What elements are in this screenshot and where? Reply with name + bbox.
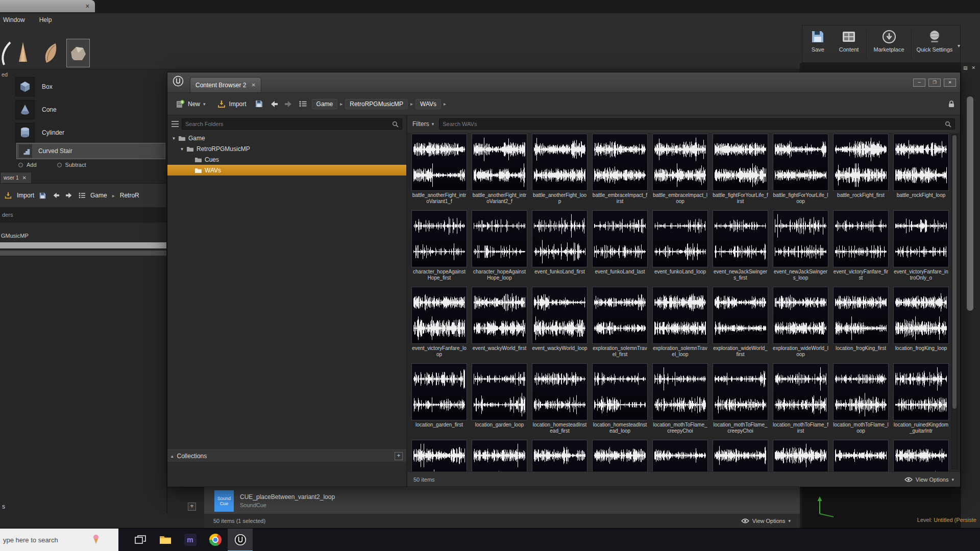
asset-tile[interactable]: battle_fightForYourLife_first <box>713 134 768 205</box>
place-actor-curved-stair[interactable]: Curved Stair <box>16 143 165 159</box>
search-assets-input[interactable] <box>443 121 945 127</box>
window-titlebar[interactable]: Content Browser 2 ✕ ─ ❐ ✕ <box>167 72 960 93</box>
inactive-selected-row[interactable] <box>0 242 166 248</box>
expander-caret[interactable]: ▾ <box>170 136 177 141</box>
sources-list-icon[interactable] <box>79 192 86 198</box>
asset-tile[interactable]: battle_embraceImpact_first <box>592 134 648 205</box>
add-collection-button[interactable]: + <box>188 503 196 511</box>
back-arrow-icon[interactable] <box>51 192 60 199</box>
asset-tile[interactable]: location_mothToFlame_creepyChoi <box>652 363 708 435</box>
close-icon[interactable]: ✕ <box>22 175 26 181</box>
back-arrow-icon[interactable] <box>268 100 279 108</box>
asset-tile[interactable]: exploration_wideWorld_first <box>713 287 768 358</box>
asset-tile[interactable]: event_wackyWorld_first <box>472 287 527 358</box>
forward-arrow-icon[interactable] <box>284 100 294 108</box>
add-collection-button[interactable]: + <box>395 452 403 460</box>
save-all-icon[interactable] <box>39 192 46 199</box>
breadcrumb-item[interactable]: WAVs <box>415 99 441 109</box>
asset-tile[interactable]: battle_anotherFight_introVariant2_f <box>472 134 527 205</box>
forward-arrow-icon[interactable] <box>65 192 74 199</box>
tree-item[interactable]: ▾ Game <box>167 133 406 143</box>
marketplace-button[interactable]: Marketplace <box>869 29 909 53</box>
sources-toggle-icon[interactable] <box>172 121 179 127</box>
close-icon[interactable]: ✕ <box>251 82 255 88</box>
asset-tile[interactable]: event_funkoLand_first <box>532 210 587 282</box>
breadcrumb-item[interactable]: Game <box>90 192 107 199</box>
asset-tile[interactable]: battle_fightForYourLife_loop <box>773 134 828 205</box>
asset-tile[interactable]: location_garden_loop <box>472 363 527 435</box>
close-button[interactable]: ✕ <box>944 79 956 87</box>
asset-tile[interactable]: location_homesteadInstead_loop <box>592 363 648 435</box>
collections-header[interactable]: ▴ Collections + <box>167 449 406 462</box>
asset-tile[interactable] <box>773 440 828 471</box>
mode-icon-rock[interactable] <box>66 39 90 67</box>
close-icon[interactable]: ✕ <box>972 65 976 70</box>
asset-tile[interactable]: event_funkoLand_last <box>592 210 648 282</box>
asset-tile[interactable]: exploration_wideWorld_loop <box>773 287 828 358</box>
mode-icon-spire[interactable] <box>11 39 35 67</box>
path-hierarchy-icon[interactable] <box>299 101 307 107</box>
asset-tile[interactable]: location_mothToFlame_first <box>773 363 828 435</box>
asset-tile[interactable]: location_homesteadInstead_first <box>532 363 587 435</box>
place-actor-cylinder[interactable]: Cylinder <box>15 122 64 143</box>
filters-button[interactable]: Filters ▾ <box>412 120 434 128</box>
search-folders-partial[interactable]: ders <box>0 207 166 222</box>
import-button[interactable]: Import <box>17 192 34 199</box>
content-button[interactable]: Content <box>834 29 865 53</box>
expander-caret[interactable]: ▴ <box>171 454 174 459</box>
asset-tile[interactable]: location_frogKing_loop <box>893 287 949 358</box>
asset-tile[interactable]: event_newJackSwingers_loop <box>773 210 828 282</box>
save-button[interactable]: Save <box>802 29 834 53</box>
radio-subtract-icon[interactable] <box>57 163 62 167</box>
asset-tile[interactable] <box>411 440 467 471</box>
asset-tile[interactable]: event_victoryFanfare_loop <box>411 287 467 358</box>
quick-settings-button[interactable]: Quick Settings <box>914 29 955 53</box>
asset-tile[interactable]: battle_anotherFight_introVariant1_f <box>411 134 467 205</box>
asset-tile[interactable]: character_hopeAgainstHope_loop <box>472 210 527 282</box>
view-options-button[interactable]: View Options ▾ <box>904 477 954 483</box>
asset-tile[interactable]: battle_anotherFight_loop <box>532 134 587 205</box>
chevron-down-icon[interactable]: ▾ <box>958 43 960 48</box>
tree-item[interactable]: Cues <box>167 154 406 165</box>
task-view-button[interactable] <box>128 529 153 551</box>
chrome-button[interactable] <box>203 529 228 551</box>
asset-tile[interactable]: event_newJackSwingers_first <box>713 210 768 282</box>
asset-tile[interactable]: battle_rockFight_first <box>833 134 889 205</box>
search-folders-box[interactable] <box>182 118 402 130</box>
close-icon[interactable]: ✕ <box>85 3 90 10</box>
asset-tile[interactable]: event_victoryFanfare_introOnly_o <box>893 210 949 282</box>
app-button-m[interactable]: m <box>178 529 203 551</box>
expander-caret[interactable]: ▾ <box>179 146 185 152</box>
view-options-button[interactable]: View Options ▾ <box>741 518 791 524</box>
asset-tile[interactable] <box>833 440 889 471</box>
import-button[interactable]: Import <box>214 97 250 111</box>
asset-tile[interactable]: exploration_solemnTravel_first <box>592 287 648 358</box>
menu-item-help[interactable]: Help <box>39 16 52 23</box>
asset-tile[interactable]: event_funkoLand_loop <box>652 210 708 282</box>
level-name[interactable]: Untitled (Persiste <box>934 517 976 523</box>
maximize-button[interactable]: ❐ <box>928 79 941 87</box>
asset-tile[interactable] <box>592 440 648 471</box>
lock-icon[interactable] <box>948 100 955 108</box>
asset-tile[interactable]: location_mothToFlame_loop <box>833 363 889 435</box>
search-assets-box[interactable] <box>439 118 955 130</box>
search-folders-input[interactable] <box>185 121 392 127</box>
menu-item-window[interactable]: Window <box>3 16 25 23</box>
tab-content-browser-2[interactable]: Content Browser 2 ✕ <box>190 77 261 92</box>
taskbar-search-input[interactable] <box>3 536 80 544</box>
place-actor-cone[interactable]: Cone <box>15 99 57 120</box>
new-button[interactable]: New ▾ <box>173 97 209 111</box>
asset-tile[interactable]: event_wackyWorld_loop <box>532 287 587 358</box>
breadcrumb-item-partial[interactable]: RetroR <box>120 192 139 199</box>
tree-item-partial[interactable]: GMusicMP <box>1 233 29 239</box>
breadcrumb-item[interactable]: RetroRPGMusicMP <box>345 99 408 109</box>
asset-tile[interactable]: exploration_solemnTravel_loop <box>652 287 708 358</box>
scrollbar-thumb[interactable] <box>952 135 957 409</box>
file-explorer-button[interactable] <box>153 529 178 551</box>
asset-tile[interactable]: character_hopeAgainstHope_first <box>411 210 467 282</box>
minimize-button[interactable]: ─ <box>913 79 925 87</box>
scrollbar-thumb[interactable] <box>967 96 973 311</box>
unreal-engine-button[interactable] <box>228 529 253 551</box>
place-actor-box[interactable]: Box <box>15 77 53 97</box>
asset-tile[interactable]: battle_embraceImpact_loop <box>652 134 708 205</box>
